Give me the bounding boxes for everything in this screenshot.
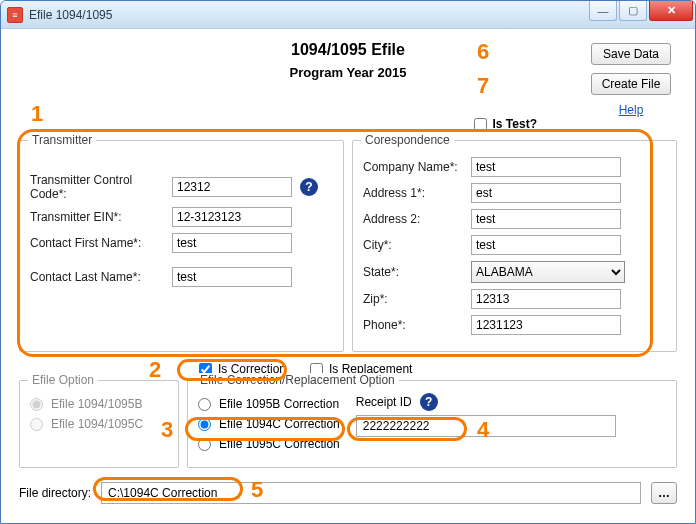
- address1-label: Address 1*:: [363, 186, 463, 200]
- zip-label: Zip*:: [363, 292, 463, 306]
- efile-1094c-correction-label: Efile 1094C Correction: [219, 417, 340, 431]
- city-label: City*:: [363, 238, 463, 252]
- help-icon[interactable]: ?: [420, 393, 438, 411]
- efile-1094b-label: Efile 1094/1095B: [51, 397, 142, 411]
- efile-1095b-correction-label: Efile 1095B Correction: [219, 397, 339, 411]
- state-select[interactable]: ALABAMA: [471, 261, 625, 283]
- state-label: State*:: [363, 265, 463, 279]
- app-icon: ≡: [7, 7, 23, 23]
- correction-option-group: Efile Correction/Replacement Option Efil…: [187, 380, 677, 468]
- efile-1094c-label: Efile 1094/1095C: [51, 417, 143, 431]
- address2-label: Address 2:: [363, 212, 463, 226]
- save-data-button[interactable]: Save Data: [591, 43, 671, 65]
- titlebar: ≡ Efile 1094/1095 — ▢ ✕: [1, 1, 695, 29]
- transmitter-legend: Transmitter: [28, 133, 96, 147]
- window-title: Efile 1094/1095: [29, 8, 112, 22]
- tcc-label: Transmitter Control Code*:: [30, 173, 164, 201]
- transmitter-group: Transmitter Transmitter Control Code*: ?…: [19, 140, 344, 352]
- phone-input[interactable]: [471, 315, 621, 335]
- phone-label: Phone*:: [363, 318, 463, 332]
- is-test-checkbox[interactable]: [474, 118, 487, 131]
- maximize-button[interactable]: ▢: [619, 1, 647, 21]
- correction-option-legend: Efile Correction/Replacement Option: [196, 373, 399, 387]
- file-directory-label: File directory:: [19, 486, 91, 500]
- correspondence-group: Corespondence Company Name*: Address 1*:…: [352, 140, 677, 352]
- annotation-1: 1: [31, 101, 43, 127]
- efile-1095c-correction-label: Efile 1095C Correction: [219, 437, 340, 451]
- efile-1095b-correction-radio[interactable]: [198, 398, 211, 411]
- efile-option-legend: Efile Option: [28, 373, 98, 387]
- file-directory-input[interactable]: [101, 482, 641, 504]
- efile-1094c-radio: [30, 418, 43, 431]
- efile-option-group: Efile Option Efile 1094/1095B Efile 1094…: [19, 380, 179, 468]
- create-file-button[interactable]: Create File: [591, 73, 671, 95]
- last-name-input[interactable]: [172, 267, 292, 287]
- help-icon[interactable]: ?: [300, 178, 318, 196]
- receipt-id-input[interactable]: [356, 415, 616, 437]
- ein-label: Transmitter EIN*:: [30, 210, 164, 224]
- zip-input[interactable]: [471, 289, 621, 309]
- browse-button[interactable]: …: [651, 482, 677, 504]
- page-title: 1094/1095 Efile: [19, 41, 677, 59]
- correspondence-legend: Corespondence: [361, 133, 454, 147]
- address2-input[interactable]: [471, 209, 621, 229]
- first-name-input[interactable]: [172, 233, 292, 253]
- last-name-label: Contact Last Name*:: [30, 270, 164, 284]
- efile-1094b-radio: [30, 398, 43, 411]
- is-test-label: Is Test?: [493, 117, 537, 131]
- help-link[interactable]: Help: [619, 103, 644, 117]
- receipt-id-label: Receipt ID: [356, 395, 412, 409]
- page-subtitle: Program Year 2015: [19, 65, 677, 80]
- city-input[interactable]: [471, 235, 621, 255]
- minimize-button[interactable]: —: [589, 1, 617, 21]
- address1-input[interactable]: [471, 183, 621, 203]
- company-label: Company Name*:: [363, 160, 463, 174]
- efile-1094c-correction-radio[interactable]: [198, 418, 211, 431]
- tcc-input[interactable]: [172, 177, 292, 197]
- first-name-label: Contact First Name*:: [30, 236, 164, 250]
- ein-input[interactable]: [172, 207, 292, 227]
- efile-1095c-correction-radio[interactable]: [198, 438, 211, 451]
- company-input[interactable]: [471, 157, 621, 177]
- close-button[interactable]: ✕: [649, 1, 693, 21]
